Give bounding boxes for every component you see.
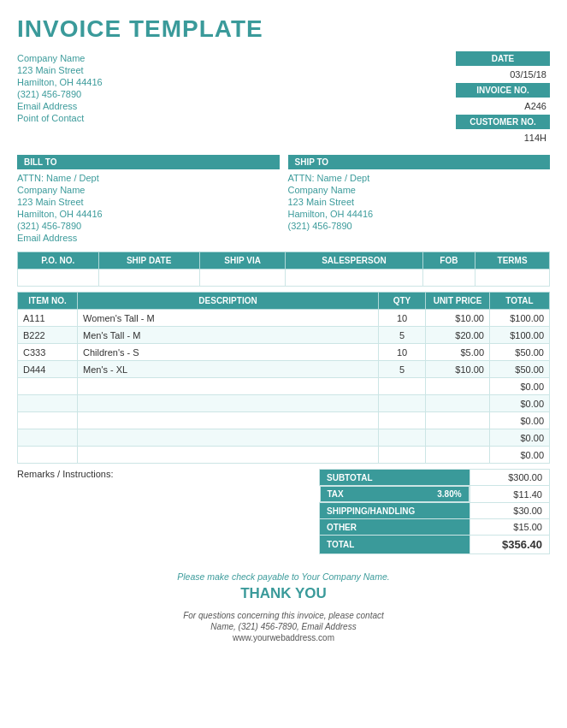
- footer-note: Please make check payable to Your Compan…: [17, 571, 550, 582]
- col-salesperson: SALESPERSON: [286, 252, 422, 269]
- item-qty-cell: 10: [379, 344, 426, 361]
- item-total-cell: $0.00: [490, 395, 550, 412]
- order-table: P.O. NO. SHIP DATE SHIP VIA SALESPERSON …: [17, 252, 550, 287]
- po-no-cell: [18, 269, 99, 287]
- item-no-cell: [18, 395, 78, 412]
- item-row: D444 Men's - XL 5 $10.00 $50.00: [18, 361, 550, 378]
- bill-email: Email Address: [17, 233, 280, 243]
- total-row: TOTAL $356.40: [320, 536, 550, 554]
- invoice-no-row: INVOICE NO.: [379, 83, 550, 98]
- company-email: Email Address: [17, 101, 103, 111]
- ship-city: Hamilton, OH 44416: [288, 209, 551, 219]
- col-po-no: P.O. NO.: [18, 252, 99, 269]
- bill-ship-section: BILL TO ATTN: Name / Dept Company Name 1…: [17, 155, 550, 245]
- item-qty-cell: [379, 395, 426, 412]
- item-unit-cell: [426, 378, 490, 395]
- shipping-label: SHIPPING/HANDLING: [320, 503, 470, 519]
- tax-value: $11.40: [470, 486, 549, 503]
- item-no-cell: [18, 429, 78, 447]
- bill-to-block: BILL TO ATTN: Name / Dept Company Name 1…: [17, 155, 280, 245]
- item-total-cell: $0.00: [490, 447, 550, 464]
- item-unit-cell: $5.00: [426, 344, 490, 361]
- shipping-value: $30.00: [470, 503, 549, 519]
- tax-pct: 3.80%: [437, 489, 461, 499]
- date-row: DATE: [379, 51, 550, 66]
- bill-company: Company Name: [17, 185, 280, 195]
- item-qty-cell: [379, 447, 426, 464]
- footer-contact-line2: Name, (321) 456-7890, Email Address: [17, 622, 550, 631]
- item-qty-cell: 5: [379, 327, 426, 344]
- item-desc-cell: Children's - S: [78, 344, 379, 361]
- item-total-cell: $100.00: [490, 310, 550, 327]
- item-no-cell: [18, 378, 78, 395]
- item-qty-cell: [379, 378, 426, 395]
- item-desc-cell: Men's Tall - M: [78, 327, 379, 344]
- item-total-cell: $0.00: [490, 429, 550, 447]
- tax-label-text: TAX: [328, 489, 344, 499]
- item-unit-cell: $20.00: [426, 327, 490, 344]
- ship-date-cell: [98, 269, 199, 287]
- item-unit-cell: [426, 447, 490, 464]
- col-ship-via: SHIP VIA: [199, 252, 286, 269]
- col-fob: FOB: [422, 252, 475, 269]
- item-desc-cell: [78, 447, 379, 464]
- total-label: TOTAL: [320, 536, 470, 554]
- terms-cell: [475, 269, 550, 287]
- tax-row: TAX 3.80% $11.40: [320, 486, 550, 503]
- col-ship-date: SHIP DATE: [98, 252, 199, 269]
- total-value: $356.40: [470, 536, 549, 554]
- subtotal-value: $300.00: [470, 470, 549, 486]
- footer-section: Please make check payable to Your Compan…: [17, 571, 550, 642]
- item-no-cell: A111: [18, 310, 78, 327]
- col-unit-price: UNIT PRICE: [426, 293, 490, 310]
- other-value: $15.00: [470, 519, 549, 536]
- invoice-no-value-row: A246: [379, 99, 550, 113]
- ship-to-block: SHIP TO ATTN: Name / Dept Company Name 1…: [288, 155, 551, 245]
- invoice-meta: DATE 03/15/18 INVOICE NO. A246 CUSTOMER …: [379, 51, 550, 146]
- item-row: $0.00: [18, 429, 550, 447]
- shipping-row: SHIPPING/HANDLING $30.00: [320, 503, 550, 519]
- ship-address: 123 Main Street: [288, 197, 551, 207]
- date-label: DATE: [456, 51, 550, 66]
- fob-cell: [422, 269, 475, 287]
- col-description: DESCRIPTION: [78, 293, 379, 310]
- bill-to-header: BILL TO: [17, 155, 280, 169]
- item-no-cell: [18, 412, 78, 429]
- item-desc-cell: Women's Tall - M: [78, 310, 379, 327]
- company-contact: Point of Contact: [17, 113, 103, 123]
- item-unit-cell: [426, 395, 490, 412]
- item-row: $0.00: [18, 395, 550, 412]
- invoice-no-label: INVOICE NO.: [456, 83, 550, 98]
- date-value-row: 03/15/18: [379, 68, 550, 81]
- item-unit-cell: $10.00: [426, 361, 490, 378]
- company-info: Company Name 123 Main Street Hamilton, O…: [17, 51, 103, 146]
- col-terms: TERMS: [475, 252, 550, 269]
- tax-label: TAX 3.80%: [320, 486, 470, 502]
- ship-attn: ATTN: Name / Dept: [288, 173, 551, 183]
- header-section: Company Name 123 Main Street Hamilton, O…: [17, 51, 550, 146]
- ship-phone: (321) 456-7890: [288, 221, 551, 231]
- item-unit-cell: [426, 412, 490, 429]
- invoice-title: INVOICE TEMPLATE: [17, 15, 550, 43]
- bottom-section: Remarks / Instructions: SUBTOTAL $300.00…: [17, 469, 550, 559]
- other-label: OTHER: [320, 519, 470, 536]
- item-total-cell: $50.00: [490, 361, 550, 378]
- item-qty-cell: 5: [379, 361, 426, 378]
- thank-you: THANK YOU: [17, 585, 550, 602]
- ship-company: Company Name: [288, 185, 551, 195]
- order-row: [18, 269, 550, 287]
- customer-no-row: CUSTOMER NO.: [379, 115, 550, 129]
- item-no-cell: C333: [18, 344, 78, 361]
- ship-to-address: ATTN: Name / Dept Company Name 123 Main …: [288, 173, 551, 231]
- item-row: A111 Women's Tall - M 10 $10.00 $100.00: [18, 310, 550, 327]
- col-item-no: ITEM NO.: [18, 293, 78, 310]
- footer-website: www.yourwebaddress.com: [17, 633, 550, 642]
- bill-address: 123 Main Street: [17, 197, 280, 207]
- item-qty-cell: 10: [379, 310, 426, 327]
- item-desc-cell: [78, 395, 379, 412]
- invoice-no-value: A246: [481, 99, 550, 113]
- date-value: 03/15/18: [481, 68, 550, 81]
- ship-via-cell: [199, 269, 286, 287]
- item-desc-cell: [78, 412, 379, 429]
- item-qty-cell: [379, 429, 426, 447]
